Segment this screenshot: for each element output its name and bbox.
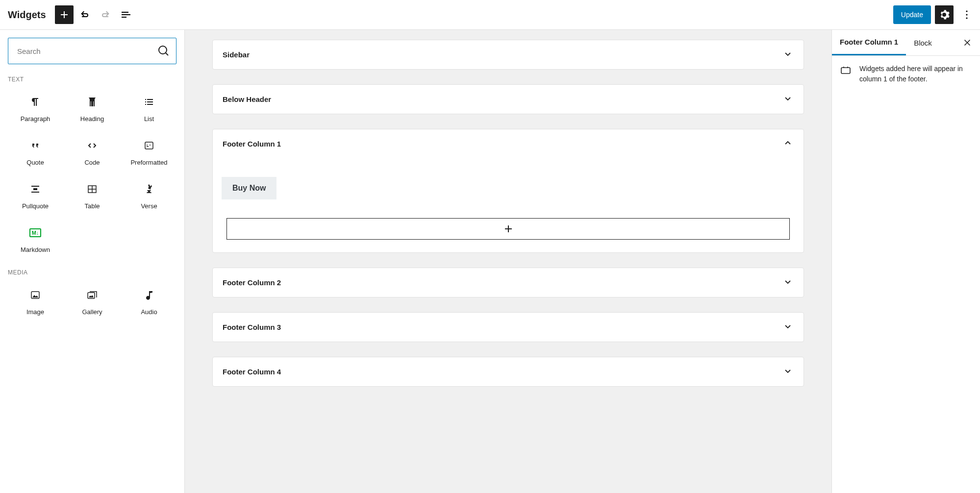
block-code[interactable]: Code [65, 130, 120, 172]
tab-area[interactable]: Footer Column 1 [832, 30, 906, 55]
block-label: Preformatted [130, 159, 167, 166]
chevron-down-icon [782, 320, 794, 334]
chevron-down-icon [782, 48, 794, 61]
quote-icon [29, 139, 42, 152]
block-paragraph[interactable]: Paragraph [8, 87, 63, 128]
paragraph-icon [29, 96, 42, 108]
area-header[interactable]: Sidebar [213, 40, 804, 69]
area-header[interactable]: Footer Column 1 [213, 129, 804, 158]
area-body: Buy Now [213, 158, 804, 252]
chevron-up-icon [782, 137, 794, 150]
svg-point-2 [966, 17, 967, 19]
area-footer-2: Footer Column 2 [212, 268, 804, 297]
category-media: MEDIA [8, 269, 176, 276]
pullquote-icon [29, 183, 42, 196]
redo-button[interactable] [96, 5, 115, 24]
verse-icon [143, 183, 155, 196]
svg-rect-8 [841, 68, 850, 74]
close-settings-button[interactable] [958, 34, 976, 51]
markdown-icon: M↓ [29, 226, 42, 239]
gear-icon [938, 9, 950, 21]
chevron-down-icon [782, 93, 794, 106]
block-label: Heading [80, 115, 104, 123]
block-audio[interactable]: Audio [122, 280, 176, 321]
button-block[interactable]: Buy Now [222, 177, 276, 199]
block-label: Gallery [82, 308, 102, 316]
block-list[interactable]: List [122, 87, 176, 128]
preformatted-icon [143, 139, 155, 152]
workspace: TEXT Paragraph Heading List Quote Code [0, 30, 980, 493]
list-icon [143, 96, 155, 108]
category-text: TEXT [8, 76, 176, 83]
settings-content: Widgets added here will appear in column… [832, 56, 980, 92]
svg-point-1 [966, 14, 967, 15]
settings-tabs: Footer Column 1 Block [832, 30, 980, 56]
plus-icon [503, 223, 514, 235]
block-heading[interactable]: Heading [65, 87, 120, 128]
area-footer-4: Footer Column 4 [212, 357, 804, 387]
top-right: Update [893, 5, 976, 24]
block-label: Audio [141, 308, 157, 316]
block-label: List [144, 115, 154, 123]
block-preformatted[interactable]: Preformatted [122, 130, 176, 172]
block-image[interactable]: Image [8, 280, 63, 321]
block-pullquote[interactable]: Pullquote [8, 174, 63, 216]
media-grid: Image Gallery Audio [8, 280, 176, 321]
settings-button[interactable] [935, 5, 954, 24]
area-sidebar: Sidebar [212, 40, 804, 70]
svg-rect-7 [88, 293, 95, 298]
area-title: Footer Column 2 [223, 278, 281, 287]
chevron-down-icon [782, 276, 794, 289]
plus-icon [58, 9, 70, 21]
block-label: Quote [26, 159, 44, 166]
block-table[interactable]: Table [65, 174, 120, 216]
close-icon [962, 37, 973, 48]
block-label: Verse [141, 202, 157, 210]
area-header[interactable]: Footer Column 3 [213, 313, 804, 342]
svg-point-0 [966, 10, 967, 12]
heading-icon [86, 96, 99, 108]
widget-area-icon [840, 65, 852, 76]
area-title: Below Header [223, 95, 271, 103]
code-icon [86, 139, 99, 152]
audio-icon [143, 289, 155, 301]
update-button[interactable]: Update [893, 5, 931, 24]
page-title: Widgets [8, 9, 46, 21]
chevron-down-icon [782, 365, 794, 378]
area-header[interactable]: Below Header [213, 85, 804, 114]
area-footer-3: Footer Column 3 [212, 312, 804, 342]
block-label: Paragraph [21, 115, 50, 123]
area-title: Footer Column 3 [223, 323, 281, 331]
search-input[interactable] [8, 38, 176, 64]
block-quote[interactable]: Quote [8, 130, 63, 172]
top-bar: Widgets Update [0, 0, 980, 30]
gallery-icon [86, 289, 99, 301]
image-icon [29, 289, 42, 301]
area-header[interactable]: Footer Column 4 [213, 357, 804, 386]
block-gallery[interactable]: Gallery [65, 280, 120, 321]
area-title: Sidebar [223, 50, 250, 59]
search-box [8, 38, 176, 64]
settings-description: Widgets added here will appear in column… [859, 64, 972, 84]
area-footer-1: Footer Column 1 Buy Now [212, 129, 804, 253]
block-label: Pullquote [22, 202, 49, 210]
undo-button[interactable] [75, 5, 94, 24]
area-title: Footer Column 4 [223, 368, 281, 376]
svg-rect-4 [33, 188, 37, 190]
settings-sidebar: Footer Column 1 Block Widgets added here… [831, 30, 980, 493]
add-block-appender[interactable] [226, 218, 790, 240]
undo-icon [79, 9, 91, 21]
more-vertical-icon [961, 9, 973, 21]
block-markdown[interactable]: M↓ Markdown [8, 218, 63, 259]
block-label: Table [84, 202, 100, 210]
svg-rect-3 [145, 142, 153, 149]
list-view-icon [120, 9, 132, 21]
list-view-button[interactable] [117, 5, 135, 24]
block-label: Code [84, 159, 100, 166]
block-label: Image [26, 308, 44, 316]
add-block-button[interactable] [55, 5, 74, 24]
block-verse[interactable]: Verse [122, 174, 176, 216]
more-options-button[interactable] [957, 5, 976, 24]
tab-block[interactable]: Block [906, 30, 940, 55]
area-header[interactable]: Footer Column 2 [213, 268, 804, 297]
